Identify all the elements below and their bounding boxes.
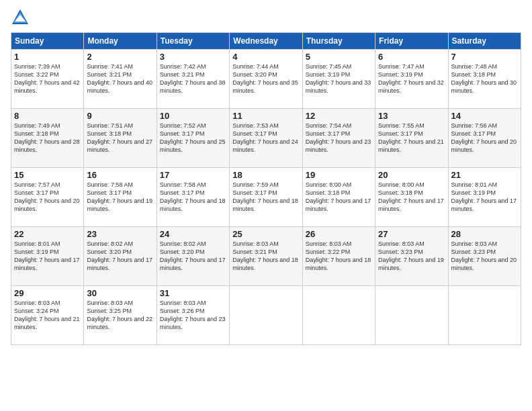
day-cell: 21Sunrise: 8:01 AMSunset: 3:19 PMDayligh… <box>448 168 521 227</box>
day-number: 31 <box>160 288 226 298</box>
day-info: Sunrise: 7:52 AMSunset: 3:17 PMDaylight:… <box>160 122 226 154</box>
col-header-friday: Friday <box>375 33 448 50</box>
day-cell: 29Sunrise: 8:03 AMSunset: 3:24 PMDayligh… <box>11 286 84 345</box>
header <box>11 8 521 27</box>
day-number: 18 <box>232 170 299 180</box>
day-cell: 7Sunrise: 7:48 AMSunset: 3:18 PMDaylight… <box>448 50 521 109</box>
day-info: Sunrise: 7:59 AMSunset: 3:17 PMDaylight:… <box>232 181 299 214</box>
day-info: Sunrise: 7:51 AMSunset: 3:18 PMDaylight:… <box>87 122 153 154</box>
day-info: Sunrise: 8:03 AMSunset: 3:23 PMDaylight:… <box>451 240 518 273</box>
day-info: Sunrise: 7:41 AMSunset: 3:21 PMDaylight:… <box>87 62 153 95</box>
day-info: Sunrise: 7:42 AMSunset: 3:21 PMDaylight:… <box>160 62 226 95</box>
day-cell: 15Sunrise: 7:57 AMSunset: 3:17 PMDayligh… <box>11 168 84 227</box>
day-info: Sunrise: 8:03 AMSunset: 3:23 PMDaylight:… <box>378 240 445 273</box>
day-info: Sunrise: 7:58 AMSunset: 3:17 PMDaylight:… <box>87 181 153 214</box>
day-number: 1 <box>14 52 81 62</box>
day-info: Sunrise: 7:55 AMSunset: 3:17 PMDaylight:… <box>378 122 445 154</box>
day-number: 30 <box>87 288 153 298</box>
col-header-thursday: Thursday <box>302 33 375 50</box>
day-number: 23 <box>87 229 153 239</box>
day-cell: 12Sunrise: 7:54 AMSunset: 3:17 PMDayligh… <box>302 109 375 168</box>
day-number: 21 <box>451 170 518 180</box>
day-number: 25 <box>232 229 299 239</box>
day-number: 14 <box>451 111 518 121</box>
day-number: 4 <box>232 52 299 62</box>
day-cell: 18Sunrise: 7:59 AMSunset: 3:17 PMDayligh… <box>230 168 302 227</box>
day-cell: 13Sunrise: 7:55 AMSunset: 3:17 PMDayligh… <box>375 109 448 168</box>
day-cell: 11Sunrise: 7:53 AMSunset: 3:17 PMDayligh… <box>230 109 302 168</box>
day-cell: 6Sunrise: 7:47 AMSunset: 3:19 PMDaylight… <box>375 50 448 109</box>
day-cell <box>448 286 521 345</box>
day-number: 6 <box>378 52 445 62</box>
day-info: Sunrise: 7:54 AMSunset: 3:17 PMDaylight:… <box>306 122 372 154</box>
day-number: 2 <box>87 52 153 62</box>
day-info: Sunrise: 7:48 AMSunset: 3:18 PMDaylight:… <box>451 62 518 95</box>
day-number: 17 <box>160 170 226 180</box>
logo <box>11 8 32 27</box>
day-cell <box>230 286 302 345</box>
col-header-wednesday: Wednesday <box>230 33 302 50</box>
day-number: 16 <box>87 170 153 180</box>
day-info: Sunrise: 8:00 AMSunset: 3:18 PMDaylight:… <box>306 181 372 214</box>
day-number: 5 <box>306 52 372 62</box>
day-number: 22 <box>14 229 81 239</box>
day-info: Sunrise: 7:45 AMSunset: 3:19 PMDaylight:… <box>306 62 372 95</box>
day-cell: 26Sunrise: 8:03 AMSunset: 3:22 PMDayligh… <box>302 227 375 286</box>
day-info: Sunrise: 7:57 AMSunset: 3:17 PMDaylight:… <box>14 181 81 214</box>
day-number: 27 <box>378 229 445 239</box>
day-info: Sunrise: 7:44 AMSunset: 3:20 PMDaylight:… <box>232 62 299 95</box>
week-row-4: 22Sunrise: 8:01 AMSunset: 3:19 PMDayligh… <box>11 227 521 286</box>
day-cell: 28Sunrise: 8:03 AMSunset: 3:23 PMDayligh… <box>448 227 521 286</box>
day-number: 28 <box>451 229 518 239</box>
day-cell: 2Sunrise: 7:41 AMSunset: 3:21 PMDaylight… <box>84 50 157 109</box>
day-cell: 9Sunrise: 7:51 AMSunset: 3:18 PMDaylight… <box>84 109 157 168</box>
day-cell: 24Sunrise: 8:02 AMSunset: 3:20 PMDayligh… <box>157 227 229 286</box>
day-info: Sunrise: 7:53 AMSunset: 3:17 PMDaylight:… <box>232 122 299 154</box>
day-cell: 27Sunrise: 8:03 AMSunset: 3:23 PMDayligh… <box>375 227 448 286</box>
day-info: Sunrise: 8:02 AMSunset: 3:20 PMDaylight:… <box>87 240 153 273</box>
day-info: Sunrise: 7:49 AMSunset: 3:18 PMDaylight:… <box>14 122 81 154</box>
day-cell: 14Sunrise: 7:56 AMSunset: 3:17 PMDayligh… <box>448 109 521 168</box>
day-number: 20 <box>378 170 445 180</box>
day-info: Sunrise: 7:56 AMSunset: 3:17 PMDaylight:… <box>451 122 518 154</box>
day-number: 15 <box>14 170 81 180</box>
day-cell: 19Sunrise: 8:00 AMSunset: 3:18 PMDayligh… <box>302 168 375 227</box>
logo-icon <box>11 8 30 27</box>
col-header-sunday: Sunday <box>11 33 84 50</box>
week-row-2: 8Sunrise: 7:49 AMSunset: 3:18 PMDaylight… <box>11 109 521 168</box>
day-cell <box>375 286 448 345</box>
day-cell: 5Sunrise: 7:45 AMSunset: 3:19 PMDaylight… <box>302 50 375 109</box>
day-cell: 31Sunrise: 8:03 AMSunset: 3:26 PMDayligh… <box>157 286 229 345</box>
day-cell: 30Sunrise: 8:03 AMSunset: 3:25 PMDayligh… <box>84 286 157 345</box>
day-cell: 4Sunrise: 7:44 AMSunset: 3:20 PMDaylight… <box>230 50 302 109</box>
day-number: 19 <box>306 170 372 180</box>
day-number: 26 <box>306 229 372 239</box>
day-info: Sunrise: 7:58 AMSunset: 3:17 PMDaylight:… <box>160 181 226 214</box>
day-info: Sunrise: 8:03 AMSunset: 3:21 PMDaylight:… <box>232 240 299 273</box>
week-row-3: 15Sunrise: 7:57 AMSunset: 3:17 PMDayligh… <box>11 168 521 227</box>
day-cell: 10Sunrise: 7:52 AMSunset: 3:17 PMDayligh… <box>157 109 229 168</box>
day-info: Sunrise: 7:47 AMSunset: 3:19 PMDaylight:… <box>378 62 445 95</box>
day-cell: 22Sunrise: 8:01 AMSunset: 3:19 PMDayligh… <box>11 227 84 286</box>
day-number: 24 <box>160 229 226 239</box>
week-row-1: 1Sunrise: 7:39 AMSunset: 3:22 PMDaylight… <box>11 50 521 109</box>
day-info: Sunrise: 8:03 AMSunset: 3:26 PMDaylight:… <box>160 299 226 332</box>
col-header-tuesday: Tuesday <box>157 33 229 50</box>
day-number: 11 <box>232 111 299 121</box>
day-info: Sunrise: 8:03 AMSunset: 3:25 PMDaylight:… <box>87 299 153 332</box>
calendar-header-row: SundayMondayTuesdayWednesdayThursdayFrid… <box>11 33 521 50</box>
day-cell: 16Sunrise: 7:58 AMSunset: 3:17 PMDayligh… <box>84 168 157 227</box>
day-info: Sunrise: 8:01 AMSunset: 3:19 PMDaylight:… <box>451 181 518 214</box>
week-row-5: 29Sunrise: 8:03 AMSunset: 3:24 PMDayligh… <box>11 286 521 345</box>
day-cell <box>302 286 375 345</box>
day-number: 3 <box>160 52 226 62</box>
day-cell: 17Sunrise: 7:58 AMSunset: 3:17 PMDayligh… <box>157 168 229 227</box>
day-cell: 1Sunrise: 7:39 AMSunset: 3:22 PMDaylight… <box>11 50 84 109</box>
day-info: Sunrise: 8:03 AMSunset: 3:24 PMDaylight:… <box>14 299 81 332</box>
calendar-table: SundayMondayTuesdayWednesdayThursdayFrid… <box>11 32 521 345</box>
day-cell: 23Sunrise: 8:02 AMSunset: 3:20 PMDayligh… <box>84 227 157 286</box>
col-header-monday: Monday <box>84 33 157 50</box>
day-cell: 3Sunrise: 7:42 AMSunset: 3:21 PMDaylight… <box>157 50 229 109</box>
page: SundayMondayTuesdayWednesdayThursdayFrid… <box>0 0 532 411</box>
day-number: 8 <box>14 111 81 121</box>
